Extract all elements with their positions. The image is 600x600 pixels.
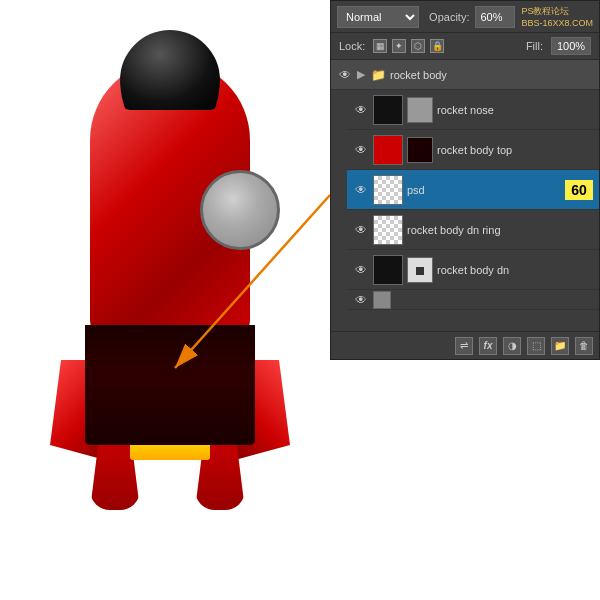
rocket-window xyxy=(200,170,280,250)
eye-icon-partial: 👁 xyxy=(353,292,369,308)
layer-name-body-top: rocket body top xyxy=(437,144,593,156)
new-layer-icon[interactable]: ⬚ xyxy=(527,337,545,355)
layer-rocket-body-top[interactable]: 👁 rocket body top xyxy=(347,130,599,170)
panel-footer: ⇌ fx ◑ ⬚ 📁 🗑 xyxy=(331,331,599,359)
thumb-nose xyxy=(373,95,403,125)
fill-input[interactable] xyxy=(551,37,591,55)
folder-icon: 📁 xyxy=(371,68,386,82)
lock-checkered-icon[interactable]: ▦ xyxy=(373,39,387,53)
layer-name-rocket-body: rocket body xyxy=(390,69,593,81)
mask-nose xyxy=(407,97,433,123)
eye-icon-body-top[interactable]: 👁 xyxy=(353,142,369,158)
layer-name-nose: rocket nose xyxy=(437,104,593,116)
circle-half-icon[interactable]: ◑ xyxy=(503,337,521,355)
layer-badge-psd: 60 xyxy=(565,180,593,200)
eye-icon-psd[interactable]: 👁 xyxy=(353,182,369,198)
layer-group-rocket-body[interactable]: 👁 ▶ 📁 rocket body xyxy=(331,60,599,90)
layer-name-ring: rocket body dn ring xyxy=(407,224,593,236)
lock-move-icon[interactable]: ✦ xyxy=(392,39,406,53)
rocket-lower-body: PSD xyxy=(85,325,255,445)
lock-all-icon[interactable]: 🔒 xyxy=(430,39,444,53)
layer-name-dn: rocket body dn xyxy=(437,264,593,276)
lock-icons: ▦ ✦ ⬡ 🔒 xyxy=(373,39,444,53)
layers-panel: Normal Opacity: PS教程论坛BBS-16XX8.COM Lock… xyxy=(330,0,600,360)
panel-header: Normal Opacity: PS教程论坛BBS-16XX8.COM xyxy=(331,1,599,33)
opacity-label: Opacity: xyxy=(429,11,469,23)
layer-rocket-body-dn[interactable]: 👁 rocket body dn xyxy=(347,250,599,290)
lock-paint-icon[interactable]: ⬡ xyxy=(411,39,425,53)
link-icon[interactable]: ⇌ xyxy=(455,337,473,355)
layer-rocket-body-dn-ring[interactable]: 👁 rocket body dn ring xyxy=(347,210,599,250)
eye-icon-nose[interactable]: 👁 xyxy=(353,102,369,118)
watermark-text: PS教程论坛BBS-16XX8.COM xyxy=(521,5,593,28)
mask-dn xyxy=(407,257,433,283)
thumb-ring xyxy=(373,215,403,245)
blend-mode-select[interactable]: Normal xyxy=(337,6,419,28)
lock-label: Lock: xyxy=(339,40,365,52)
rocket-illustration: PSD xyxy=(30,30,310,590)
triangle-icon: ▶ xyxy=(357,68,365,81)
thumb-body-top xyxy=(373,135,403,165)
fx-icon[interactable]: fx xyxy=(479,337,497,355)
trash-icon[interactable]: 🗑 xyxy=(575,337,593,355)
eye-icon-dn[interactable]: 👁 xyxy=(353,262,369,278)
new-folder-icon[interactable]: 📁 xyxy=(551,337,569,355)
layer-name-psd: psd xyxy=(407,184,561,196)
lock-row: Lock: ▦ ✦ ⬡ 🔒 Fill: xyxy=(331,33,599,60)
thumb-partial xyxy=(373,291,391,309)
layers-list: 👁 ▶ 📁 rocket body 👁 rocket nose 👁 rocket… xyxy=(331,60,599,310)
eye-icon[interactable]: 👁 xyxy=(337,67,353,83)
layer-partial[interactable]: 👁 xyxy=(347,290,599,310)
eye-icon-ring[interactable]: 👁 xyxy=(353,222,369,238)
rocket-nose xyxy=(120,30,220,110)
fill-label: Fill: xyxy=(526,40,543,52)
layer-psd[interactable]: 👁 psd 60 xyxy=(347,170,599,210)
thumb-dn xyxy=(373,255,403,285)
opacity-input[interactable] xyxy=(475,6,515,28)
layer-rocket-nose[interactable]: 👁 rocket nose xyxy=(347,90,599,130)
thumb-psd xyxy=(373,175,403,205)
mask-body-top xyxy=(407,137,433,163)
